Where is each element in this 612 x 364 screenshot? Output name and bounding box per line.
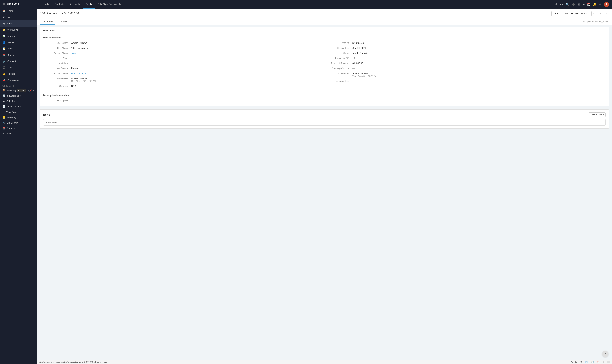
sidebar-icon: ◎ — [2, 22, 6, 25]
more-options-button[interactable]: ··· — [591, 11, 597, 16]
other-app-item-inventory[interactable]: 📦Inventory ⬡ 📌 ✕ Pin App — [0, 88, 37, 93]
add-icon[interactable]: ➕ — [572, 3, 575, 6]
topnav-link-leads[interactable]: Leads — [40, 0, 52, 9]
notes-card: Notes Recent Last ▾ — [40, 109, 609, 129]
sidebar-item-recruit[interactable]: 🧑Recruit — [0, 71, 37, 77]
field-row: Amount $ 10,000.00 — [324, 40, 606, 45]
statusbar-url: https://inventory.zoho.com/switch?organi… — [39, 361, 108, 363]
mail-icon[interactable]: ✉ — [583, 3, 585, 6]
external-link-icon[interactable]: ⬡ — [27, 89, 28, 91]
hide-details-button[interactable]: Hide Details — [43, 29, 56, 32]
history-icon[interactable]: 🕐 — [591, 361, 594, 363]
description-section-title: Description Information — [40, 91, 609, 98]
notes-filter-button[interactable]: Recent Last ▾ — [589, 112, 606, 117]
sidebar-item-crm[interactable]: ◎CRM — [0, 20, 37, 26]
statusbar-right: Ask Zia ⬆ 📄 🕐 ⏰ ⊞ ⬜ — [571, 361, 610, 363]
other-app-icon: ··· — [2, 111, 4, 113]
field-row: Next Step — — [43, 61, 324, 66]
sidebar-item-label: CRM — [7, 22, 13, 25]
sidebar-item-writer[interactable]: 📝Writer — [0, 45, 37, 52]
grid-icon[interactable]: ⊞ — [602, 361, 604, 363]
tab-overview[interactable]: Overview — [40, 18, 55, 25]
topnav-link-accounts[interactable]: Accounts — [67, 0, 83, 9]
other-app-label: Directory — [7, 116, 16, 119]
other-app-item-calendar[interactable]: 📅Calendar — [0, 126, 37, 131]
clock-icon[interactable]: ⏰ — [597, 361, 599, 363]
sidebar-item-books[interactable]: 📚Books — [0, 52, 37, 58]
field-label: Account Name — [43, 52, 71, 54]
bell-icon[interactable]: 🔔 — [593, 3, 597, 6]
send-for-zoho-sign-button[interactable]: Send For Zoho Sign ▾ — [563, 11, 590, 16]
sidebar-item-campaigns[interactable]: 📣Campaigns — [0, 77, 37, 83]
sidebar-icon: 🧑 — [2, 72, 6, 75]
frame-icon[interactable]: ⬜ — [607, 361, 610, 363]
record-title: 100 Licenses - yr - $ 10,000.00 — [40, 12, 79, 15]
other-app-item-google-slides[interactable]: 📑Google Slides — [0, 104, 37, 109]
other-app-label: Inventory — [7, 89, 16, 91]
sidebar-item-people[interactable]: 👤People — [0, 39, 37, 45]
field-subvalue: Mon, 30 Aug 2021 07:21 PM — [71, 80, 96, 82]
field-value: Amelia Burrows — [71, 42, 324, 44]
field-value: Needs Analysis — [352, 52, 606, 54]
field-row: Exchange Rate 1 — [324, 78, 606, 84]
doc-icon[interactable]: 📄 — [585, 361, 588, 363]
next-record-button[interactable]: › — [604, 11, 609, 16]
sidebar-item-workdrive[interactable]: 📁WorkDrive — [0, 26, 37, 33]
other-app-item-salesforce[interactable]: ☁Salesforce — [0, 98, 37, 104]
topnav-link-contacts[interactable]: Contacts — [52, 0, 67, 9]
field-value: — — [71, 57, 324, 59]
pin-app-tooltip: Pin App — [17, 89, 26, 92]
other-app-item-directory[interactable]: 📒Directory — [0, 115, 37, 120]
search-icon[interactable]: 🔍 — [566, 3, 569, 6]
content-area: 100 Licenses - yr - $ 10,000.00 Edit Sen… — [37, 9, 612, 360]
other-app-item-subscriptions[interactable]: 🔄Subscriptions — [0, 93, 37, 98]
pin-icon[interactable]: 📌 — [29, 89, 32, 91]
ask-zia-label[interactable]: Ask Zia — [571, 361, 577, 363]
other-apps-label: OTHER APPS — [0, 83, 37, 88]
field-label: Expected Revenue — [324, 62, 352, 65]
other-app-item-zia-search[interactable]: 🔍Zia Search — [0, 120, 37, 126]
sidebar-item-analytics[interactable]: 📊Analytics — [0, 33, 37, 39]
sidebar-icon: ✉ — [2, 15, 6, 19]
user-avatar[interactable]: A — [604, 2, 609, 7]
close-icon[interactable]: ✕ — [33, 89, 34, 91]
deal-fields-grid: Deal Owner Amelia Burrows Deal Name 100 … — [40, 40, 609, 91]
field-value[interactable]: Tay's — [71, 52, 324, 54]
sidebar-item-mail[interactable]: ✉Mail — [0, 14, 37, 20]
field-value[interactable]: Brendan Taylor — [71, 72, 324, 75]
sidebar-item-home[interactable]: 🏠Home — [0, 8, 37, 14]
field-value: Amelia BurrowsThu, 19 Aug 2021 03:24 PM — [352, 72, 606, 77]
field-value: Amelia BurrowsMon, 30 Aug 2021 07:21 PM — [71, 77, 324, 82]
sidebar-item-label: Connect — [7, 60, 16, 63]
sidebar-icon: 👤 — [2, 41, 6, 44]
sidebar-item-connect[interactable]: 🔗Connect — [0, 58, 37, 64]
home-button[interactable]: Home ▾ — [555, 3, 563, 6]
sidebar-item-label: Recruit — [7, 73, 14, 75]
prev-record-button[interactable]: ‹ — [598, 11, 603, 16]
sidebar-icon: 📣 — [2, 78, 6, 82]
last-update: Last Update : 258 day(s) ago — [581, 19, 609, 25]
connect-icon[interactable]: ⊞ — [578, 3, 580, 6]
sidebar-header: ☰ Zoho One — [0, 0, 37, 8]
other-app-item-more-apps[interactable]: ···More Apps — [0, 109, 37, 115]
send-chevron-icon: ▾ — [586, 12, 588, 15]
other-app-item-tasks[interactable]: ✓Tasks — [0, 131, 37, 136]
description-value: — — [71, 99, 606, 102]
scroll-to-top-button[interactable]: ∧ — [602, 351, 609, 357]
calendar-icon[interactable]: 📅 — [587, 3, 591, 6]
upload-icon[interactable]: ⬆ — [580, 361, 582, 363]
sidebar-item-desk[interactable]: 🎧Desk — [0, 64, 37, 71]
tab-timeline[interactable]: Timeline — [55, 18, 70, 25]
description-row: Description — — [43, 98, 606, 103]
topnav-link-zohosign-documents[interactable]: ZohoSign Documents — [95, 0, 124, 9]
other-app-label: Tasks — [6, 132, 12, 135]
topnav-link-deals[interactable]: Deals — [83, 0, 95, 9]
other-app-icon: 🔍 — [2, 121, 5, 124]
notes-input[interactable] — [43, 119, 606, 126]
field-value: 1 — [352, 80, 606, 82]
description-label: Description — [43, 99, 71, 102]
other-app-icon: 🔄 — [2, 94, 5, 97]
edit-button[interactable]: Edit — [551, 11, 561, 16]
hamburger-icon[interactable]: ☰ — [2, 2, 5, 5]
settings-icon[interactable]: ⚙ — [599, 3, 601, 6]
